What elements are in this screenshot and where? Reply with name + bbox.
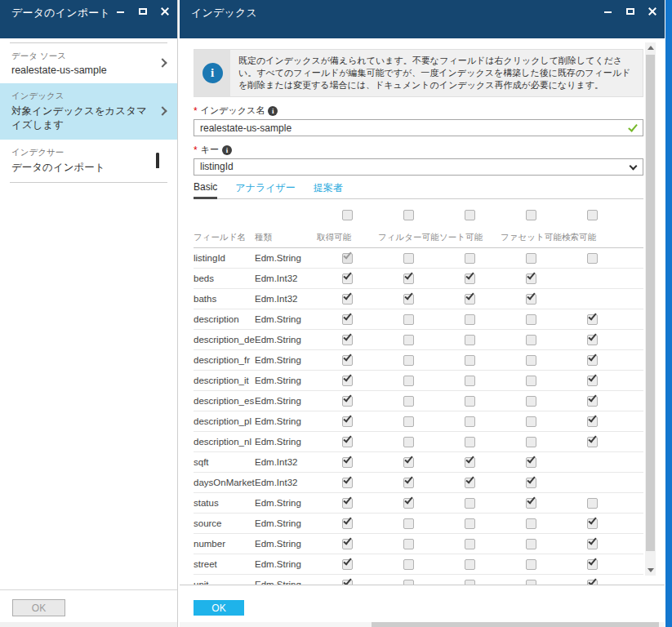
checkbox[interactable] — [465, 294, 475, 305]
tab-analyzer[interactable]: アナライザー — [235, 181, 295, 198]
checkbox[interactable] — [465, 457, 475, 468]
sidebar-item-index[interactable]: インデックス 対象インデックスをカスタマイズします — [0, 83, 177, 140]
checkbox[interactable] — [526, 253, 536, 264]
checkbox[interactable] — [403, 396, 414, 407]
checkbox[interactable] — [526, 437, 536, 447]
checkbox[interactable] — [587, 210, 598, 220]
checkbox[interactable] — [403, 457, 414, 468]
checkbox[interactable] — [403, 376, 414, 386]
checkbox[interactable] — [342, 253, 353, 264]
checkbox[interactable] — [342, 355, 353, 366]
checkbox[interactable] — [526, 314, 536, 325]
checkbox[interactable] — [403, 355, 414, 366]
checkbox[interactable] — [342, 457, 353, 468]
vertical-scrollbar[interactable] — [645, 42, 656, 576]
checkbox[interactable] — [465, 416, 475, 427]
checkbox[interactable] — [587, 335, 598, 345]
checkbox[interactable] — [465, 478, 475, 488]
checkbox[interactable] — [342, 396, 353, 407]
checkbox[interactable] — [526, 559, 536, 570]
checkbox[interactable] — [465, 335, 475, 345]
checkbox[interactable] — [403, 518, 414, 529]
ok-button-disabled[interactable]: OK — [12, 599, 65, 616]
checkbox[interactable] — [342, 478, 353, 488]
checkbox[interactable] — [526, 355, 536, 366]
checkbox[interactable] — [526, 539, 536, 549]
checkbox[interactable] — [403, 273, 414, 284]
checkbox[interactable] — [403, 210, 414, 220]
checkbox[interactable] — [342, 539, 353, 549]
close-icon[interactable] — [647, 6, 658, 17]
checkbox[interactable] — [465, 559, 475, 570]
checkbox[interactable] — [526, 273, 536, 284]
checkbox[interactable] — [587, 314, 598, 325]
checkbox[interactable] — [403, 437, 414, 447]
tab-suggester[interactable]: 提案者 — [314, 181, 343, 198]
checkbox[interactable] — [403, 335, 414, 345]
checkbox[interactable] — [403, 478, 414, 488]
checkbox[interactable] — [526, 518, 536, 529]
tab-basic[interactable]: Basic — [194, 181, 217, 199]
checkbox[interactable] — [342, 273, 353, 284]
checkbox[interactable] — [342, 294, 353, 305]
checkbox[interactable] — [465, 437, 475, 447]
checkbox[interactable] — [587, 376, 598, 386]
checkbox[interactable] — [465, 314, 475, 325]
checkbox[interactable] — [465, 355, 475, 366]
checkbox[interactable] — [465, 518, 475, 529]
checkbox[interactable] — [342, 416, 353, 427]
index-name-input[interactable] — [194, 119, 643, 136]
checkbox[interactable] — [342, 498, 353, 509]
checkbox[interactable] — [342, 518, 353, 529]
checkbox[interactable] — [587, 559, 598, 570]
checkbox[interactable] — [465, 498, 475, 509]
checkbox[interactable] — [465, 210, 475, 220]
checkbox[interactable] — [587, 416, 598, 427]
checkbox[interactable] — [526, 210, 536, 220]
checkbox[interactable] — [587, 518, 598, 529]
checkbox[interactable] — [342, 314, 353, 325]
scroll-up-icon[interactable] — [645, 42, 656, 53]
checkbox[interactable] — [342, 335, 353, 345]
checkbox[interactable] — [403, 498, 414, 509]
maximize-icon[interactable] — [137, 6, 149, 17]
checkbox[interactable] — [465, 253, 475, 264]
checkbox[interactable] — [526, 294, 536, 305]
horizontal-scrollbar[interactable] — [180, 622, 665, 627]
checkbox[interactable] — [587, 396, 598, 407]
checkbox[interactable] — [342, 210, 353, 220]
sidebar-item-indexer[interactable]: インデクサー データのインポート — [0, 140, 177, 182]
hscrollbar-thumb[interactable] — [372, 622, 659, 627]
checkbox[interactable] — [465, 376, 475, 386]
minimize-icon[interactable] — [603, 6, 614, 17]
checkbox[interactable] — [403, 253, 414, 264]
checkbox[interactable] — [342, 437, 353, 447]
checkbox[interactable] — [403, 314, 414, 325]
ok-button[interactable]: OK — [194, 600, 244, 616]
checkbox[interactable] — [342, 559, 353, 570]
checkbox[interactable] — [587, 437, 598, 447]
checkbox[interactable] — [526, 478, 536, 488]
checkbox[interactable] — [526, 457, 536, 468]
checkbox[interactable] — [465, 396, 475, 407]
checkbox[interactable] — [526, 498, 536, 509]
checkbox[interactable] — [587, 498, 598, 509]
checkbox[interactable] — [587, 355, 598, 366]
checkbox[interactable] — [403, 294, 414, 305]
left-hscrollbar-track[interactable] — [0, 622, 177, 627]
checkbox[interactable] — [526, 416, 536, 427]
scrollbar-thumb[interactable] — [646, 55, 655, 551]
checkbox[interactable] — [526, 396, 536, 407]
checkbox[interactable] — [403, 416, 414, 427]
checkbox[interactable] — [587, 253, 598, 264]
checkbox[interactable] — [403, 539, 414, 549]
sidebar-item-data-source[interactable]: データ ソース realestate-us-sample — [0, 43, 177, 83]
checkbox[interactable] — [526, 376, 536, 386]
checkbox[interactable] — [465, 539, 475, 549]
scroll-down-icon[interactable] — [645, 565, 656, 576]
checkbox[interactable] — [403, 559, 414, 570]
close-icon[interactable] — [159, 6, 171, 17]
key-select[interactable]: listingId — [194, 158, 643, 176]
checkbox[interactable] — [465, 273, 475, 284]
checkbox[interactable] — [526, 335, 536, 345]
